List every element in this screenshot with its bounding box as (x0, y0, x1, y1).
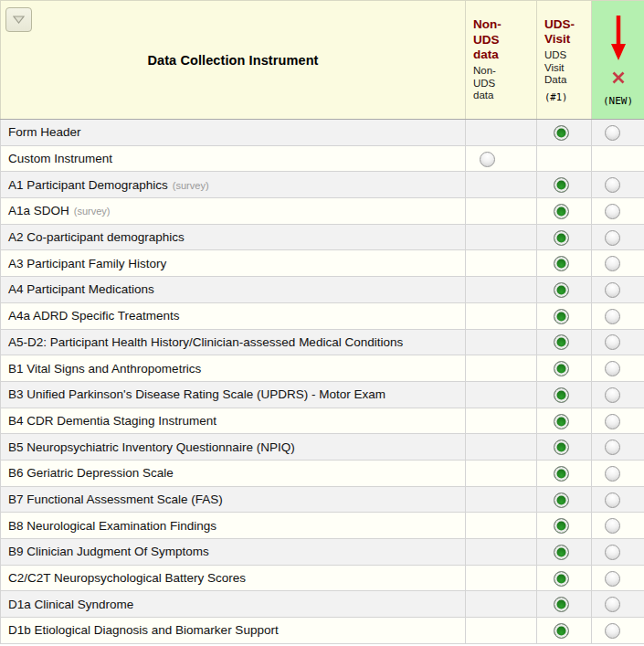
new-event-cell (592, 277, 644, 303)
new-event-radio[interactable] (605, 414, 620, 429)
new-event-cell (592, 539, 644, 566)
new-event-radio[interactable] (605, 334, 620, 350)
new-event-radio[interactable] (605, 256, 620, 271)
new-event-cell (592, 565, 644, 591)
instrument-name-cell: A5-D2: Participant Health History/Clinic… (1, 329, 466, 355)
instrument-name-cell: B3 Unified Parkinson's Disease Rating Sc… (1, 381, 466, 408)
uds-visit-cell (537, 224, 592, 250)
uds-visit-radio[interactable] (554, 230, 569, 246)
uds-visit-radio[interactable] (554, 545, 569, 560)
instrument-label: B4 CDR Dementia Staging Instrument (8, 414, 216, 428)
uds-visit-radio[interactable] (554, 334, 569, 350)
new-event-cell (592, 591, 644, 618)
uds-visit-cell (537, 172, 592, 198)
instrument-label: C2/C2T Neuropsychological Battery Scores (8, 571, 246, 585)
uds-visit-radio[interactable] (554, 597, 569, 612)
instrument-label: B7 Functional Assessment Scale (FAS) (8, 492, 223, 506)
new-event-radio[interactable] (605, 361, 620, 376)
new-event-radio[interactable] (605, 466, 620, 482)
non-uds-cell (466, 486, 537, 513)
instrument-label: B3 Unified Parkinson's Disease Rating Sc… (8, 387, 385, 401)
collapse-table-button[interactable] (5, 7, 32, 32)
new-event-radio[interactable] (605, 230, 620, 246)
uds-visit-radio[interactable] (554, 466, 569, 482)
uds-visit-radio[interactable] (554, 125, 569, 141)
non-uds-cell (466, 618, 537, 644)
uds-visit-radio[interactable] (554, 282, 569, 298)
table-row: D1b Etiological Diagnosis and Biomarker … (1, 618, 644, 644)
new-event-radio[interactable] (605, 492, 620, 508)
new-event-radio[interactable] (605, 125, 620, 141)
non-uds-subtitle: Non-UDS data (473, 65, 517, 102)
table-row: B7 Functional Assessment Scale (FAS) (1, 486, 644, 513)
new-event-radio[interactable] (605, 177, 620, 193)
new-event-cell (592, 224, 644, 250)
new-event-radio[interactable] (605, 597, 620, 612)
instrument-column-header: Data Collection Instrument (1, 1, 466, 120)
uds-visit-radio[interactable] (554, 309, 569, 324)
new-event-radio[interactable] (605, 387, 620, 403)
instrument-label: B9 Clinician Judgment Of Symptoms (8, 545, 209, 558)
uds-visit-radio[interactable] (554, 177, 569, 193)
instrument-label: A2 Co-participant demographics (8, 230, 185, 244)
uds-visit-cell (537, 408, 592, 434)
new-event-cell (592, 145, 644, 172)
new-event-cell (592, 513, 644, 539)
non-uds-cell (466, 513, 537, 539)
instrument-rows: Form Header Custom Instrument A1 Partici… (1, 120, 644, 644)
instrument-name-cell: B7 Functional Assessment Scale (FAS) (1, 486, 466, 513)
table-row: A1 Participant Demographics(survey) (1, 172, 644, 198)
new-event-radio[interactable] (605, 204, 620, 219)
new-event-badge: (NEW) (603, 95, 633, 107)
new-event-radio[interactable] (605, 309, 620, 324)
instrument-name-cell: B5 Neuropsychiatric Inventory Questionna… (1, 434, 466, 461)
new-event-radio[interactable] (605, 545, 620, 560)
chevron-down-icon (13, 16, 25, 24)
uds-visit-radio[interactable] (554, 571, 569, 587)
uds-visit-radio[interactable] (554, 414, 569, 429)
uds-visit-radio[interactable] (554, 518, 569, 534)
table-row: Form Header (1, 120, 644, 146)
uds-visit-cell (537, 329, 592, 355)
table-row: A5-D2: Participant Health History/Clinic… (1, 329, 644, 355)
instrument-name-cell: A1 Participant Demographics(survey) (1, 172, 466, 198)
instrument-label: B1 Vital Signs and Anthropometrics (8, 362, 201, 376)
table-row: B9 Clinician Judgment Of Symptoms (1, 539, 644, 566)
instrument-name-cell: Custom Instrument (1, 145, 466, 172)
new-event-radio[interactable] (605, 439, 620, 455)
uds-visit-radio[interactable] (554, 361, 569, 376)
uds-visit-radio[interactable] (554, 256, 569, 271)
non-uds-cell (466, 381, 537, 408)
uds-visit-cell (537, 145, 592, 172)
non-uds-cell (466, 172, 537, 198)
new-event-cell (592, 460, 644, 486)
instrument-name-cell: D1b Etiological Diagnosis and Biomarker … (1, 618, 466, 644)
non-uds-cell (466, 302, 537, 329)
non-uds-cell (466, 355, 537, 382)
instrument-label: A3 Participant Family History (8, 257, 166, 270)
instrument-label: B6 Geriatric Depression Scale (8, 466, 174, 480)
new-event-radio[interactable] (605, 518, 620, 534)
new-event-radio[interactable] (605, 623, 620, 639)
uds-visit-radio[interactable] (554, 623, 569, 639)
new-event-radio[interactable] (605, 282, 620, 298)
uds-visit-cell (537, 355, 592, 382)
uds-visit-cell (537, 434, 592, 461)
instrument-column-title: Data Collection Instrument (147, 53, 318, 68)
non-uds-cell (466, 120, 537, 146)
instrument-label: B8 Neurological Examination Findings (8, 519, 216, 533)
uds-visit-radio[interactable] (554, 204, 569, 219)
non-uds-radio[interactable] (480, 152, 495, 167)
table-row: D1a Clinical Syndrome (1, 591, 644, 618)
uds-visit-radio[interactable] (554, 492, 569, 508)
instrument-name-cell: Form Header (1, 120, 466, 146)
uds-visit-radio[interactable] (554, 439, 569, 455)
red-x-icon[interactable] (611, 70, 626, 85)
table-row: B6 Geriatric Depression Scale (1, 460, 644, 486)
survey-tag: (survey) (173, 180, 209, 191)
instrument-label: A1 Participant Demographics (8, 178, 168, 192)
uds-visit-cell (537, 198, 592, 225)
uds-visit-radio[interactable] (554, 387, 569, 403)
uds-visit-cell (537, 302, 592, 329)
new-event-radio[interactable] (605, 571, 620, 587)
